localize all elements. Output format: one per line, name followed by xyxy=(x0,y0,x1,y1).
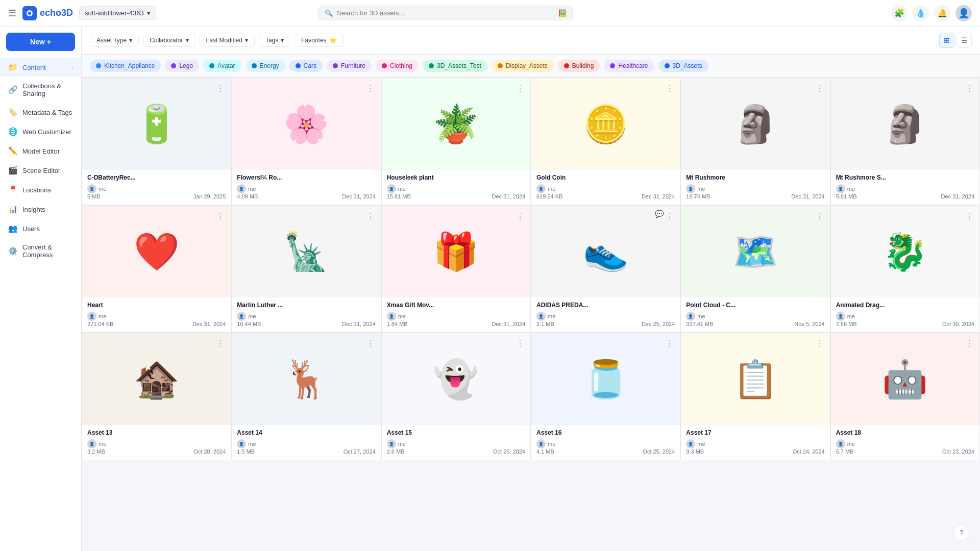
category-label: 3D_Assets_Test xyxy=(437,62,481,69)
asset-thumbnail: ⋮ 🌸 xyxy=(232,78,380,170)
asset-card[interactable]: ⋮ 🪙 Gold Coin 👤 me 619.54 KB Dec 31, 202… xyxy=(531,78,680,205)
asset-user: 👤 me xyxy=(237,439,256,448)
category-clothing[interactable]: Clothing xyxy=(376,60,419,72)
asset-menu-button[interactable]: ⋮ xyxy=(963,210,975,222)
sidebar-item-scene-editor[interactable]: 🎬 Scene Editor xyxy=(0,161,81,180)
asset-menu-button[interactable]: ⋮ xyxy=(514,210,526,222)
asset-menu-button[interactable]: ⋮ xyxy=(364,210,377,222)
asset-menu-button[interactable]: ⋮ xyxy=(214,337,227,349)
tags-filter[interactable]: Tags ▾ xyxy=(259,34,290,47)
asset-card[interactable]: ⋮ 🔋 C-DBatteryRec... 👤 me 5 MB Jan 29, 2… xyxy=(82,78,231,205)
asset-menu-button[interactable]: ⋮ xyxy=(664,82,676,94)
image-search-icon[interactable]: 🖼️ xyxy=(558,9,567,17)
asset-date: Oct 30, 2024 xyxy=(942,321,974,327)
user-mini-avatar: 👤 xyxy=(536,184,546,193)
asset-menu-button[interactable]: ⋮ xyxy=(514,337,526,349)
sidebar-item-metadata[interactable]: 🏷️ Metadata & Tags xyxy=(0,103,81,121)
asset-menu-button[interactable]: ⋮ xyxy=(664,337,676,349)
sidebar-item-collections[interactable]: 🔗 Collections & Sharing xyxy=(0,78,81,102)
hamburger-icon[interactable]: ☰ xyxy=(8,8,16,19)
scene-editor-icon: 🎬 xyxy=(8,166,17,175)
asset-menu-button[interactable]: ⋮ xyxy=(214,82,227,94)
asset-menu-button[interactable]: ⋮ xyxy=(214,210,227,222)
asset-card[interactable]: ⋮ 🏚️ Asset 13 👤 me 3.2 MB Oct 28, 2024 xyxy=(82,333,231,460)
new-button[interactable]: New + xyxy=(6,33,75,51)
category-3dassets-test[interactable]: 3D_Assets_Test xyxy=(423,60,487,72)
sidebar-label-metadata: Metadata & Tags xyxy=(22,109,72,116)
asset-date: Dec 31, 2024 xyxy=(342,321,375,327)
category-dot xyxy=(610,63,615,68)
asset-menu-button[interactable]: ⋮ xyxy=(514,82,526,94)
asset-card[interactable]: ⋮ ❤️ Heart 👤 me 271.04 KB Dec 31, 2024 xyxy=(82,205,231,333)
asset-card[interactable]: ⋮ 🗿 Mt Rushmore S... 👤 me 5.61 MB Dec 31… xyxy=(830,78,980,205)
drop-button[interactable]: 💧 xyxy=(913,5,929,21)
asset-card[interactable]: ⋮ 🫙 Asset 16 👤 me 4.1 MB Oct 25, 2024 xyxy=(531,333,680,460)
asset-card[interactable]: ⋮ 🪴 Houseleek plant 👤 me 15.81 MB Dec 31… xyxy=(381,78,531,205)
asset-menu-button[interactable]: ⋮ xyxy=(364,82,377,94)
asset-menu-button[interactable]: ⋮ xyxy=(963,337,975,349)
asset-card[interactable]: 💬 ⋮ 👟 ADIDAS PREDA... 👤 me 2.1 MB Dec 25… xyxy=(531,205,680,333)
category-lego[interactable]: Lego xyxy=(165,60,199,72)
asset-card[interactable]: ⋮ 🎁 Xmas Gift Mov... 👤 me 1.84 MB Dec 31… xyxy=(381,205,531,333)
sidebar-item-model-editor[interactable]: ✏️ Model Editor xyxy=(0,142,81,160)
asset-card[interactable]: ⋮ 🐉 Animated Drag... 👤 me 7.66 MB Oct 30… xyxy=(830,205,980,333)
logo[interactable]: echo3D xyxy=(22,6,73,20)
category-3dassets[interactable]: 3D_Assets xyxy=(658,60,708,72)
category-building[interactable]: Building xyxy=(558,60,600,72)
asset-owner: me xyxy=(548,186,555,192)
favorites-filter[interactable]: Favorites ⭐ xyxy=(295,34,343,47)
asset-preview: 🗿 xyxy=(732,103,778,146)
asset-card[interactable]: ⋮ 🦌 Asset 14 👤 me 1.5 MB Oct 27, 2024 xyxy=(231,333,381,460)
sidebar-item-insights[interactable]: 📊 Insights xyxy=(0,200,81,218)
sidebar-item-content[interactable]: 📁 Content › xyxy=(0,58,81,77)
sidebar-item-convert[interactable]: ⚙️ Convert & Compress xyxy=(0,239,81,263)
asset-menu-button[interactable]: ⋮ xyxy=(814,210,826,222)
asset-menu-button[interactable]: ⋮ xyxy=(963,82,975,94)
user-mini-avatar: 👤 xyxy=(387,439,396,448)
sidebar-item-web-customizer[interactable]: 🌐 Web Customizer xyxy=(0,122,81,141)
asset-owner: me xyxy=(697,186,705,192)
category-healthcare[interactable]: Healthcare xyxy=(604,60,654,72)
asset-card[interactable]: ⋮ 🗽 Martin Luther ... 👤 me 10.44 MB Dec … xyxy=(231,205,381,333)
notifications-button[interactable]: 🔔 xyxy=(934,5,950,21)
help-button[interactable]: ? xyxy=(953,524,970,541)
asset-card[interactable]: ⋮ 📋 Asset 17 👤 me 9.3 MB Oct 24, 2024 xyxy=(680,333,830,460)
asset-bottom: 👤 me xyxy=(387,439,525,448)
category-label: Cars xyxy=(304,62,316,69)
asset-card[interactable]: ⋮ 🗿 Mt Rushmore 👤 me 18.74 MB Dec 31, 20… xyxy=(680,78,830,205)
user-avatar[interactable]: 👤 xyxy=(955,5,972,21)
asset-menu-button[interactable]: ⋮ xyxy=(364,337,377,349)
web-customizer-icon: 🌐 xyxy=(8,127,17,136)
workspace-selector[interactable]: soft-wildflower-4363 ▾ xyxy=(79,6,156,20)
asset-menu-button[interactable]: ⋮ xyxy=(814,337,826,349)
asset-preview: 🏚️ xyxy=(134,358,180,401)
last-modified-filter[interactable]: Last Modified ▾ xyxy=(200,34,255,47)
asset-menu-button[interactable]: ⋮ xyxy=(664,210,676,222)
list-view-button[interactable]: ☰ xyxy=(957,33,972,48)
asset-date: Nov 5, 2024 xyxy=(794,321,824,327)
asset-bottom: 👤 me xyxy=(536,312,675,321)
top-nav: ☰ echo3D soft-wildflower-4363 ▾ 🔍 🖼️ 🧩 💧… xyxy=(0,0,980,27)
category-kitchen[interactable]: Kitchen_Appliance xyxy=(90,60,161,72)
grid-view-button[interactable]: ⊞ xyxy=(939,33,954,48)
search-input[interactable] xyxy=(337,9,554,17)
asset-menu-button[interactable]: ⋮ xyxy=(814,82,826,94)
collaborator-filter[interactable]: Collaborator ▾ xyxy=(143,34,195,47)
sidebar-item-users[interactable]: 👥 Users xyxy=(0,219,81,238)
sidebar-item-locations[interactable]: 📍 Locations xyxy=(0,181,81,199)
asset-user: 👤 me xyxy=(237,312,256,321)
extensions-button[interactable]: 🧩 xyxy=(891,5,908,21)
asset-card[interactable]: ⋮ 🤖 Asset 18 👤 me 5.7 MB Oct 23, 2024 xyxy=(830,333,980,460)
category-display-assets[interactable]: Display_Assets xyxy=(492,60,554,72)
asset-card[interactable]: ⋮ 🗺️ Point Cloud - C... 👤 me 337.41 MB N… xyxy=(680,205,830,333)
asset-user: 👤 me xyxy=(387,439,406,448)
main-layout: New + 📁 Content › 🔗 Collections & Sharin… xyxy=(0,27,980,551)
asset-owner: me xyxy=(99,313,106,319)
category-furniture[interactable]: Furniture xyxy=(327,60,372,72)
category-energy[interactable]: Energy xyxy=(246,60,285,72)
asset-card[interactable]: ⋮ 👻 Asset 15 👤 me 2.8 MB Oct 26, 2024 xyxy=(381,333,531,460)
category-avatar[interactable]: Avatar xyxy=(203,60,241,72)
category-cars[interactable]: Cars xyxy=(289,60,323,72)
asset-type-filter[interactable]: Asset Type ▾ xyxy=(90,34,139,47)
asset-card[interactable]: ⋮ 🌸 FlowersI¼ Ro... 👤 me 4.09 MB Dec 31,… xyxy=(231,78,381,205)
